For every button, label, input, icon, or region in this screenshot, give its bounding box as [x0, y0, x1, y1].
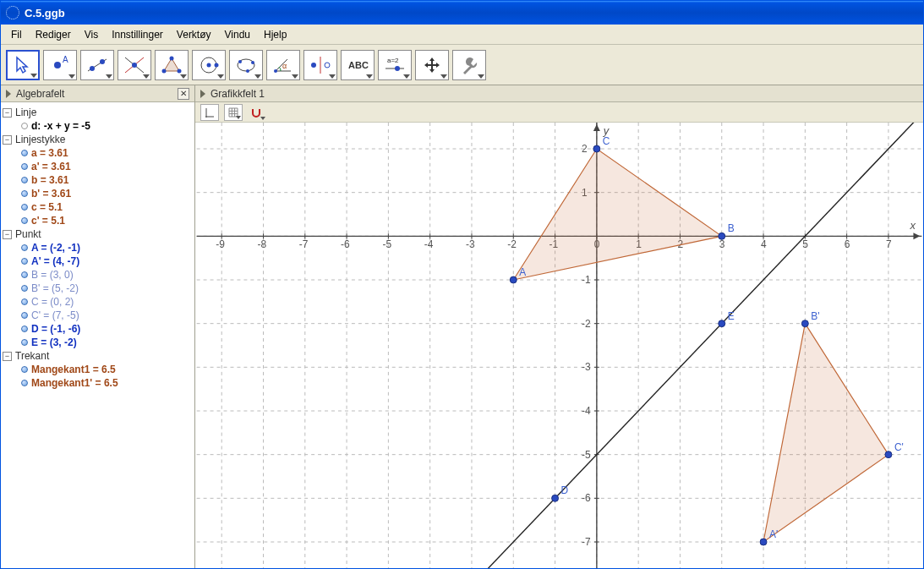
- graphics-canvas[interactable]: -9-8-7-6-5-4-3-2-101234567-7-6-5-4-3-2-1…: [195, 123, 923, 568]
- point[interactable]: [885, 451, 892, 458]
- polygon-tool[interactable]: [155, 50, 189, 80]
- line-tool[interactable]: [80, 50, 114, 80]
- tree-item[interactable]: b = 3.61: [3, 173, 193, 187]
- point[interactable]: [801, 320, 808, 327]
- svg-text:2: 2: [582, 143, 588, 155]
- reflect-tool[interactable]: [303, 50, 337, 80]
- tree-item-label: C = (0, 2): [31, 295, 74, 309]
- point[interactable]: [719, 233, 725, 239]
- svg-text:-4: -4: [424, 238, 434, 250]
- tree-item-label: A' = (4, -7): [31, 254, 79, 268]
- svg-point-21: [311, 63, 316, 68]
- snap-button[interactable]: [248, 104, 266, 121]
- tree-item-label: Mangekant1' = 6.5: [31, 376, 118, 390]
- graphics-panel: Grafikkfelt 1 -9-8-7-6-5-4-3-2-101234567…: [195, 85, 923, 568]
- menu-rediger[interactable]: Rediger: [29, 27, 78, 42]
- tree-item[interactable]: D = (-1, -6): [3, 322, 193, 336]
- tree-group[interactable]: −Linjestykke: [3, 133, 193, 146]
- tree-item[interactable]: b' = 3.61: [3, 187, 193, 200]
- menu-vis[interactable]: Vis: [78, 27, 105, 42]
- pan-tool[interactable]: [415, 50, 449, 80]
- settings-tool[interactable]: [452, 50, 486, 80]
- tree-group[interactable]: −Linje: [3, 106, 193, 119]
- point-tool[interactable]: A: [43, 50, 77, 80]
- text-tool[interactable]: ABC: [341, 50, 375, 80]
- slider-tool[interactable]: a=2: [378, 50, 412, 80]
- tree-item-label: C' = (7, -5): [31, 309, 79, 322]
- svg-text:-2: -2: [582, 318, 591, 330]
- svg-text:-8: -8: [258, 238, 267, 250]
- svg-text:-9: -9: [216, 238, 225, 250]
- svg-point-0: [54, 62, 61, 68]
- menu-fil[interactable]: Fil: [4, 27, 29, 42]
- tree-item-label: E = (3, -2): [31, 336, 77, 349]
- point-label: A': [769, 528, 778, 540]
- menu-hjelp[interactable]: Hjelp: [257, 27, 293, 42]
- tree-item[interactable]: c = 5.1: [3, 200, 193, 214]
- tree-item[interactable]: B' = (5, -2): [3, 282, 193, 295]
- tree-item[interactable]: c' = 5.1: [3, 214, 193, 227]
- tree-item[interactable]: C' = (7, -5): [3, 309, 193, 322]
- graphics-panel-header: Grafikkfelt 1: [195, 85, 923, 102]
- tree-group[interactable]: −Punkt: [3, 227, 193, 241]
- circle-tool[interactable]: [192, 50, 226, 80]
- axes-toggle-button[interactable]: [200, 104, 219, 121]
- svg-text:-4: -4: [582, 405, 591, 417]
- toolbar: AαABCa=2: [1, 45, 923, 85]
- close-icon[interactable]: ✕: [178, 88, 189, 100]
- tree-item[interactable]: A = (-2, -1): [3, 241, 193, 254]
- triangle[interactable]: [763, 324, 888, 542]
- svg-point-19: [274, 69, 277, 73]
- svg-text:-3: -3: [582, 361, 591, 373]
- svg-point-12: [207, 63, 211, 67]
- grid-toggle-button[interactable]: [224, 104, 243, 121]
- svg-point-3: [90, 66, 95, 71]
- svg-text:-2: -2: [507, 238, 517, 250]
- collapse-icon[interactable]: [200, 90, 205, 98]
- svg-text:-3: -3: [466, 238, 475, 250]
- svg-text:3: 3: [719, 238, 725, 250]
- tree-item[interactable]: a' = 3.61: [3, 160, 193, 173]
- menu-vindu[interactable]: Vindu: [218, 27, 257, 42]
- tree-item[interactable]: d: -x + y = -5: [3, 119, 193, 133]
- point[interactable]: [510, 276, 517, 283]
- svg-text:-1: -1: [582, 274, 591, 286]
- algebra-tree[interactable]: −Linjed: -x + y = -5−Linjestykkea = 3.61…: [1, 102, 194, 568]
- svg-text:-5: -5: [382, 238, 391, 250]
- tree-item[interactable]: Mangekant1 = 6.5: [3, 363, 193, 376]
- point[interactable]: [719, 320, 725, 327]
- tree-item-label: d: -x + y = -5: [31, 119, 90, 133]
- algebra-panel-title: Algebrafelt: [16, 88, 64, 100]
- svg-point-25: [395, 66, 400, 71]
- tree-item[interactable]: a = 3.61: [3, 146, 193, 160]
- algebra-panel-header: Algebrafelt ✕: [1, 85, 194, 102]
- tree-item-label: b = 3.61: [31, 173, 68, 187]
- tree-group[interactable]: −Trekant: [3, 349, 193, 363]
- point[interactable]: [593, 145, 600, 152]
- svg-text:-5: -5: [582, 449, 591, 461]
- svg-text:5: 5: [802, 238, 808, 250]
- tree-item[interactable]: A' = (4, -7): [3, 254, 193, 268]
- menu-verktøy[interactable]: Verktøy: [170, 27, 218, 42]
- tree-item[interactable]: E = (3, -2): [3, 336, 193, 349]
- angle-tool[interactable]: α: [266, 50, 300, 80]
- svg-text:-7: -7: [582, 536, 591, 548]
- move-tool[interactable]: [6, 50, 40, 80]
- menu-innstillinger[interactable]: Innstillinger: [105, 27, 170, 42]
- tree-item[interactable]: Mangekant1' = 6.5: [3, 376, 193, 390]
- point-label: B: [728, 222, 735, 234]
- tree-item[interactable]: C = (0, 2): [3, 295, 193, 309]
- tree-item[interactable]: B = (3, 0): [3, 268, 193, 282]
- point[interactable]: [760, 539, 767, 545]
- point-label: C: [603, 135, 610, 147]
- point-label: A: [519, 266, 526, 278]
- ellipse-tool[interactable]: [229, 50, 263, 80]
- svg-text:-7: -7: [299, 238, 309, 250]
- point[interactable]: [552, 495, 559, 501]
- tree-item-label: D = (-1, -6): [31, 322, 80, 336]
- svg-point-15: [238, 60, 242, 63]
- collapse-icon[interactable]: [6, 90, 11, 98]
- triangle[interactable]: [513, 149, 721, 280]
- svg-point-17: [246, 69, 249, 73]
- perpendicular-tool[interactable]: [118, 50, 151, 80]
